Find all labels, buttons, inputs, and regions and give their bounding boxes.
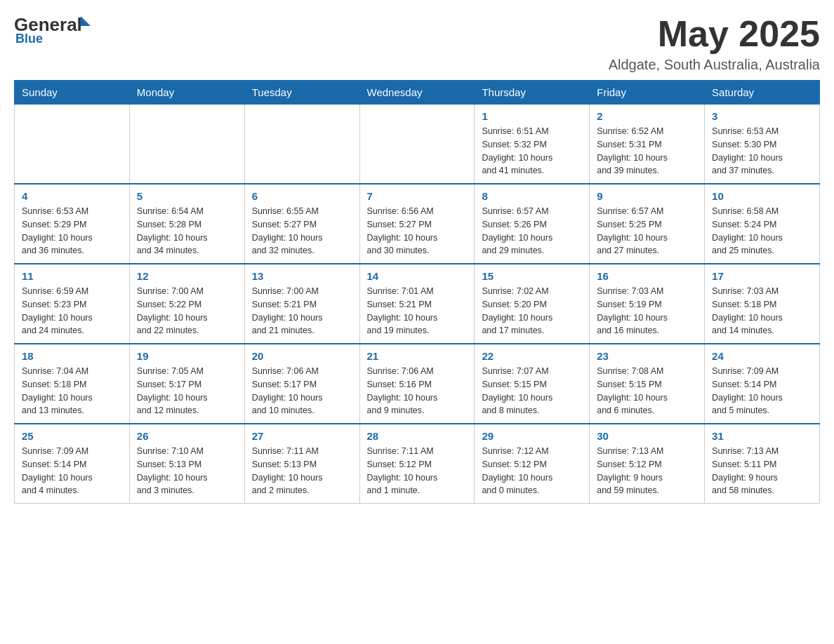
day-info: Sunrise: 7:00 AMSunset: 5:22 PMDaylight:… — [137, 285, 237, 337]
logo: General Blue — [14, 14, 91, 46]
col-sunday: Sunday — [15, 81, 130, 105]
calendar-table: Sunday Monday Tuesday Wednesday Thursday… — [14, 80, 820, 504]
logo-blue-text: Blue — [15, 32, 91, 46]
day-info: Sunrise: 6:55 AMSunset: 5:27 PMDaylight:… — [252, 205, 352, 257]
day-info: Sunrise: 7:06 AMSunset: 5:17 PMDaylight:… — [252, 365, 352, 417]
day-info: Sunrise: 7:06 AMSunset: 5:16 PMDaylight:… — [367, 365, 468, 417]
day-number: 15 — [482, 270, 582, 282]
col-monday: Monday — [129, 81, 244, 105]
day-number: 14 — [367, 270, 468, 282]
page-header: General Blue May 2025 Aldgate, South Aus… — [14, 14, 820, 73]
day-number: 2 — [597, 110, 697, 122]
calendar-week-row: 25Sunrise: 7:09 AMSunset: 5:14 PMDayligh… — [15, 424, 820, 504]
day-number: 10 — [712, 190, 812, 202]
day-number: 30 — [597, 430, 697, 442]
logo-arrow-icon — [81, 16, 91, 26]
table-row: 22Sunrise: 7:07 AMSunset: 5:15 PMDayligh… — [475, 344, 590, 424]
table-row — [244, 105, 359, 185]
day-info: Sunrise: 6:59 AMSunset: 5:23 PMDaylight:… — [22, 285, 122, 337]
table-row: 13Sunrise: 7:00 AMSunset: 5:21 PMDayligh… — [244, 264, 359, 344]
table-row — [15, 105, 130, 185]
day-info: Sunrise: 7:11 AMSunset: 5:13 PMDaylight:… — [252, 445, 352, 497]
table-row: 20Sunrise: 7:06 AMSunset: 5:17 PMDayligh… — [244, 344, 359, 424]
table-row: 11Sunrise: 6:59 AMSunset: 5:23 PMDayligh… — [15, 264, 130, 344]
day-info: Sunrise: 7:13 AMSunset: 5:12 PMDaylight:… — [597, 445, 697, 497]
day-number: 20 — [252, 350, 352, 362]
day-info: Sunrise: 7:09 AMSunset: 5:14 PMDaylight:… — [22, 445, 122, 497]
location-subtitle: Aldgate, South Australia, Australia — [609, 57, 820, 73]
table-row: 15Sunrise: 7:02 AMSunset: 5:20 PMDayligh… — [475, 264, 590, 344]
col-wednesday: Wednesday — [359, 81, 475, 105]
day-number: 8 — [482, 190, 582, 202]
calendar-week-row: 1Sunrise: 6:51 AMSunset: 5:32 PMDaylight… — [15, 105, 820, 185]
day-info: Sunrise: 7:09 AMSunset: 5:14 PMDaylight:… — [712, 365, 812, 417]
col-tuesday: Tuesday — [244, 81, 359, 105]
day-info: Sunrise: 6:51 AMSunset: 5:32 PMDaylight:… — [482, 125, 582, 177]
table-row: 21Sunrise: 7:06 AMSunset: 5:16 PMDayligh… — [359, 344, 475, 424]
day-info: Sunrise: 7:11 AMSunset: 5:12 PMDaylight:… — [367, 445, 468, 497]
day-info: Sunrise: 6:57 AMSunset: 5:25 PMDaylight:… — [597, 205, 697, 257]
day-number: 12 — [137, 270, 237, 282]
table-row: 7Sunrise: 6:56 AMSunset: 5:27 PMDaylight… — [359, 184, 475, 264]
table-row: 29Sunrise: 7:12 AMSunset: 5:12 PMDayligh… — [475, 424, 590, 504]
day-number: 19 — [137, 350, 237, 362]
day-number: 28 — [367, 430, 468, 442]
day-info: Sunrise: 6:53 AMSunset: 5:29 PMDaylight:… — [22, 205, 122, 257]
day-info: Sunrise: 7:05 AMSunset: 5:17 PMDaylight:… — [137, 365, 237, 417]
day-number: 16 — [597, 270, 697, 282]
col-saturday: Saturday — [705, 81, 820, 105]
day-number: 18 — [22, 350, 122, 362]
table-row: 17Sunrise: 7:03 AMSunset: 5:18 PMDayligh… — [705, 264, 820, 344]
day-number: 29 — [482, 430, 582, 442]
day-info: Sunrise: 7:08 AMSunset: 5:15 PMDaylight:… — [597, 365, 697, 417]
day-number: 11 — [22, 270, 122, 282]
table-row: 19Sunrise: 7:05 AMSunset: 5:17 PMDayligh… — [129, 344, 244, 424]
day-info: Sunrise: 6:58 AMSunset: 5:24 PMDaylight:… — [712, 205, 812, 257]
col-thursday: Thursday — [475, 81, 590, 105]
table-row: 8Sunrise: 6:57 AMSunset: 5:26 PMDaylight… — [475, 184, 590, 264]
day-number: 24 — [712, 350, 812, 362]
table-row: 28Sunrise: 7:11 AMSunset: 5:12 PMDayligh… — [359, 424, 475, 504]
day-info: Sunrise: 7:07 AMSunset: 5:15 PMDaylight:… — [482, 365, 582, 417]
day-info: Sunrise: 7:01 AMSunset: 5:21 PMDaylight:… — [367, 285, 468, 337]
day-info: Sunrise: 7:03 AMSunset: 5:18 PMDaylight:… — [712, 285, 812, 337]
day-number: 4 — [22, 190, 122, 202]
calendar-week-row: 4Sunrise: 6:53 AMSunset: 5:29 PMDaylight… — [15, 184, 820, 264]
day-number: 22 — [482, 350, 582, 362]
day-info: Sunrise: 7:10 AMSunset: 5:13 PMDaylight:… — [137, 445, 237, 497]
day-info: Sunrise: 6:57 AMSunset: 5:26 PMDaylight:… — [482, 205, 582, 257]
day-number: 9 — [597, 190, 697, 202]
table-row: 27Sunrise: 7:11 AMSunset: 5:13 PMDayligh… — [244, 424, 359, 504]
day-number: 23 — [597, 350, 697, 362]
table-row: 14Sunrise: 7:01 AMSunset: 5:21 PMDayligh… — [359, 264, 475, 344]
table-row: 2Sunrise: 6:52 AMSunset: 5:31 PMDaylight… — [590, 105, 705, 185]
day-number: 21 — [367, 350, 468, 362]
table-row: 30Sunrise: 7:13 AMSunset: 5:12 PMDayligh… — [590, 424, 705, 504]
day-info: Sunrise: 7:00 AMSunset: 5:21 PMDaylight:… — [252, 285, 352, 337]
day-number: 17 — [712, 270, 812, 282]
day-number: 1 — [482, 110, 582, 122]
day-info: Sunrise: 7:02 AMSunset: 5:20 PMDaylight:… — [482, 285, 582, 337]
table-row: 24Sunrise: 7:09 AMSunset: 5:14 PMDayligh… — [705, 344, 820, 424]
table-row: 18Sunrise: 7:04 AMSunset: 5:18 PMDayligh… — [15, 344, 130, 424]
month-year-title: May 2025 — [609, 14, 820, 54]
table-row: 3Sunrise: 6:53 AMSunset: 5:30 PMDaylight… — [705, 105, 820, 185]
table-row: 25Sunrise: 7:09 AMSunset: 5:14 PMDayligh… — [15, 424, 130, 504]
table-row: 31Sunrise: 7:13 AMSunset: 5:11 PMDayligh… — [705, 424, 820, 504]
day-info: Sunrise: 7:13 AMSunset: 5:11 PMDaylight:… — [712, 445, 812, 497]
day-number: 26 — [137, 430, 237, 442]
day-number: 5 — [137, 190, 237, 202]
day-number: 13 — [252, 270, 352, 282]
day-info: Sunrise: 6:52 AMSunset: 5:31 PMDaylight:… — [597, 125, 697, 177]
day-number: 27 — [252, 430, 352, 442]
day-info: Sunrise: 7:03 AMSunset: 5:19 PMDaylight:… — [597, 285, 697, 337]
calendar-week-row: 18Sunrise: 7:04 AMSunset: 5:18 PMDayligh… — [15, 344, 820, 424]
table-row: 10Sunrise: 6:58 AMSunset: 5:24 PMDayligh… — [705, 184, 820, 264]
table-row: 26Sunrise: 7:10 AMSunset: 5:13 PMDayligh… — [129, 424, 244, 504]
day-number: 7 — [367, 190, 468, 202]
table-row: 12Sunrise: 7:00 AMSunset: 5:22 PMDayligh… — [129, 264, 244, 344]
calendar-header-row: Sunday Monday Tuesday Wednesday Thursday… — [15, 81, 820, 105]
calendar-week-row: 11Sunrise: 6:59 AMSunset: 5:23 PMDayligh… — [15, 264, 820, 344]
table-row — [129, 105, 244, 185]
day-info: Sunrise: 6:56 AMSunset: 5:27 PMDaylight:… — [367, 205, 468, 257]
